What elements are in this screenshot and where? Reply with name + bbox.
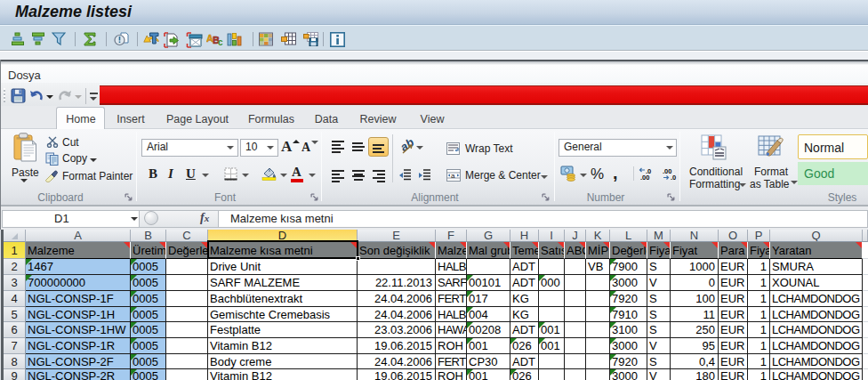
svg-text:a: a xyxy=(451,172,455,180)
svg-text:c: c xyxy=(218,37,223,47)
svg-text:.00: .00 xyxy=(640,174,649,181)
svg-text:.0: .0 xyxy=(671,174,676,181)
